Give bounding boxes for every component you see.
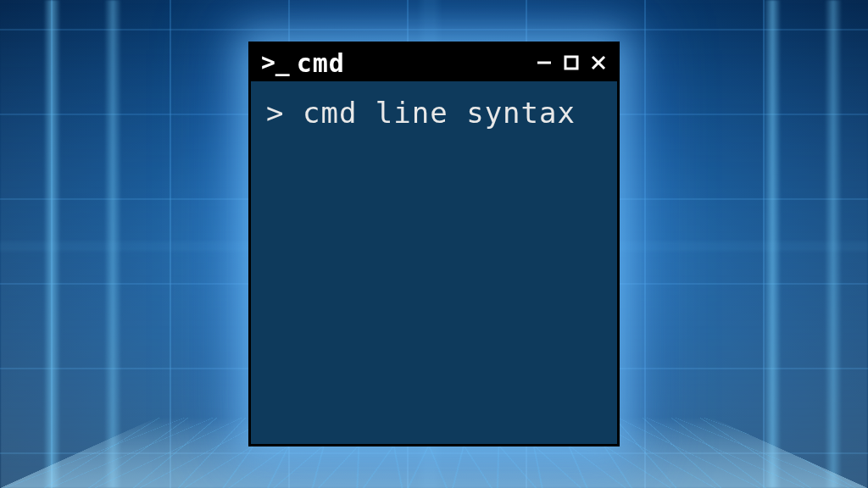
titlebar[interactable]: >_ cmd [251, 44, 617, 81]
terminal-prompt: > [266, 96, 303, 130]
titlebar-left: >_ cmd [261, 48, 534, 78]
minimize-icon [536, 54, 553, 71]
window-controls [534, 53, 609, 73]
close-icon [590, 54, 607, 71]
terminal-window: >_ cmd > cmd line syntax [248, 42, 620, 446]
svg-rect-1 [565, 57, 577, 69]
minimize-button[interactable] [534, 53, 554, 73]
terminal-body[interactable]: > cmd line syntax [251, 81, 617, 444]
close-button[interactable] [588, 53, 609, 73]
terminal-command-text: cmd line syntax [303, 96, 576, 130]
maximize-button[interactable] [561, 53, 581, 73]
prompt-icon: >_ [261, 51, 290, 75]
maximize-icon [563, 54, 580, 71]
window-title: cmd [297, 48, 345, 78]
